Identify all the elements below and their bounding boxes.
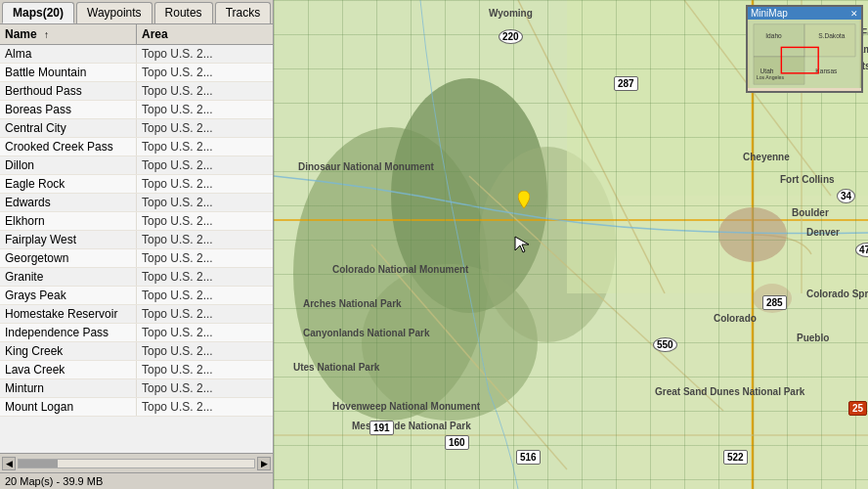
minimap: MiniMap ✕ Idaho S.Dakota Utah Kansas — [746, 5, 863, 93]
cell-area: Topo U.S. 2... — [137, 268, 273, 286]
table-row[interactable]: Crooked Creek Pass Topo U.S. 2... — [0, 138, 273, 156]
cell-area: Topo U.S. 2... — [137, 212, 273, 230]
tab-routes[interactable]: Routes — [154, 2, 213, 23]
minimap-content: Idaho S.Dakota Utah Kansas Los Angeles — [748, 20, 861, 88]
highway-badge: 516 — [516, 450, 541, 465]
cell-area: Topo U.S. 2... — [137, 342, 273, 360]
table-container: Name ↑ Area Alma Topo U.S. 2... Battle M… — [0, 24, 273, 453]
table-row[interactable]: Battle Mountain Topo U.S. 2... — [0, 64, 273, 82]
svg-text:Idaho: Idaho — [765, 32, 782, 39]
highway-badge: 220 — [499, 29, 523, 44]
table-row[interactable]: Homestake Reservoir Topo U.S. 2... — [0, 305, 273, 324]
table-row[interactable]: Independence Pass Topo U.S. 2... — [0, 324, 273, 342]
cell-name: Minturn — [0, 379, 137, 397]
cell-name: Independence Pass — [0, 324, 137, 341]
highway-badge: 522 — [723, 450, 748, 465]
table-row[interactable]: Grays Peak Topo U.S. 2... — [0, 287, 273, 305]
map-area[interactable]: WyomingCheyenneFort CollinsBoulderDenver… — [274, 0, 868, 489]
cell-name: Edwards — [0, 194, 137, 211]
cell-area: Topo U.S. 2... — [137, 138, 273, 156]
cell-area: Topo U.S. 2... — [137, 194, 273, 211]
cell-area: Topo U.S. 2... — [137, 45, 273, 63]
horizontal-scrollbar-thumb[interactable] — [19, 460, 58, 467]
highway-badge: 191 — [369, 421, 394, 435]
tab-waypoints[interactable]: Waypoints — [76, 2, 152, 23]
table-row[interactable]: Dillon Topo U.S. 2... — [0, 156, 273, 175]
table-header: Name ↑ Area — [0, 24, 273, 45]
status-bar: 20 Map(s) - 39.9 MB — [0, 472, 273, 489]
scroll-right-button[interactable]: ▶ — [257, 457, 271, 470]
cell-name: Eagle Rock — [0, 175, 137, 193]
cell-name: Grays Peak — [0, 287, 137, 304]
table-row[interactable]: Minturn Topo U.S. 2... — [0, 379, 273, 398]
cell-name: Central City — [0, 119, 137, 137]
cell-name: Boreas Pass — [0, 101, 137, 118]
sort-arrow-name: ↑ — [44, 29, 49, 40]
table-row[interactable]: Edwards Topo U.S. 2... — [0, 194, 273, 212]
cell-area: Topo U.S. 2... — [137, 324, 273, 341]
tab-tracks[interactable]: Tracks — [215, 2, 272, 23]
scroll-left-button[interactable]: ◀ — [2, 457, 16, 470]
cell-name: Homestake Reservoir — [0, 305, 137, 323]
highway-badge: 285 — [762, 295, 787, 310]
cell-area: Topo U.S. 2... — [137, 156, 273, 174]
cell-name: King Creek — [0, 342, 137, 360]
highway-badge: 550 — [653, 337, 677, 352]
cell-name: Battle Mountain — [0, 64, 137, 81]
cell-area: Topo U.S. 2... — [137, 119, 273, 137]
table-body[interactable]: Alma Topo U.S. 2... Battle Mountain Topo… — [0, 45, 273, 453]
cell-area: Topo U.S. 2... — [137, 249, 273, 267]
cell-name: Alma — [0, 45, 137, 63]
table-row[interactable]: Fairplay West Topo U.S. 2... — [0, 231, 273, 249]
map-cursor — [513, 235, 533, 254]
cell-area: Topo U.S. 2... — [137, 398, 273, 416]
highway-badge: 25 — [848, 401, 867, 416]
cell-area: Topo U.S. 2... — [137, 379, 273, 397]
column-name-header[interactable]: Name ↑ — [0, 24, 137, 44]
bottom-scrollbar: ◀ ▶ — [0, 453, 273, 472]
minimap-title-bar: MiniMap ✕ — [748, 7, 861, 20]
table-row[interactable]: Granite Topo U.S. 2... — [0, 268, 273, 287]
left-panel: Maps(20) Waypoints Routes Tracks ▲ Name … — [0, 0, 274, 489]
table-row[interactable]: Central City Topo U.S. 2... — [0, 119, 273, 138]
tabs-row: Maps(20) Waypoints Routes Tracks ▲ — [0, 0, 273, 24]
table-row[interactable]: King Creek Topo U.S. 2... — [0, 342, 273, 361]
cell-name: Mount Logan — [0, 398, 137, 416]
table-row[interactable]: Lava Creek Topo U.S. 2... — [0, 361, 273, 379]
cell-name: Granite — [0, 268, 137, 286]
cell-name: Fairplay West — [0, 231, 137, 248]
cell-name: Elkhorn — [0, 212, 137, 230]
cell-area: Topo U.S. 2... — [137, 287, 273, 304]
highway-badge: 34 — [837, 189, 855, 203]
cell-area: Topo U.S. 2... — [137, 175, 273, 193]
table-row[interactable]: Alma Topo U.S. 2... — [0, 45, 273, 64]
status-text: 20 Map(s) - 39.9 MB — [5, 475, 103, 487]
horizontal-scrollbar-track[interactable] — [18, 459, 255, 468]
app-container: Maps(20) Waypoints Routes Tracks ▲ Name … — [0, 0, 868, 489]
cell-name: Georgetown — [0, 249, 137, 267]
table-row[interactable]: Boreas Pass Topo U.S. 2... — [0, 101, 273, 119]
tab-maps[interactable]: Maps(20) — [2, 2, 74, 23]
highway-badge: 287 — [614, 76, 638, 91]
table-row[interactable]: Georgetown Topo U.S. 2... — [0, 249, 273, 268]
cell-area: Topo U.S. 2... — [137, 64, 273, 81]
cell-area: Topo U.S. 2... — [137, 101, 273, 118]
svg-text:Los Angeles: Los Angeles — [757, 74, 785, 80]
table-row[interactable]: Elkhorn Topo U.S. 2... — [0, 212, 273, 231]
column-area-header[interactable]: Area — [137, 24, 273, 44]
cell-area: Topo U.S. 2... — [137, 231, 273, 248]
cell-area: Topo U.S. 2... — [137, 361, 273, 378]
table-row[interactable]: Berthoud Pass Topo U.S. 2... — [0, 82, 273, 101]
table-row[interactable]: Mount Logan Topo U.S. 2... — [0, 398, 273, 417]
cell-name: Crooked Creek Pass — [0, 138, 137, 156]
cell-area: Topo U.S. 2... — [137, 82, 273, 100]
cell-name: Berthoud Pass — [0, 82, 137, 100]
svg-text:S.Dakota: S.Dakota — [818, 32, 846, 39]
svg-text:Utah: Utah — [760, 67, 774, 74]
minimap-close-button[interactable]: ✕ — [850, 9, 858, 19]
minimap-title-text: MiniMap — [751, 8, 788, 19]
yellow-map-marker — [518, 191, 530, 206]
highway-badge: 160 — [445, 435, 469, 450]
table-row[interactable]: Eagle Rock Topo U.S. 2... — [0, 175, 273, 194]
cell-area: Topo U.S. 2... — [137, 305, 273, 323]
